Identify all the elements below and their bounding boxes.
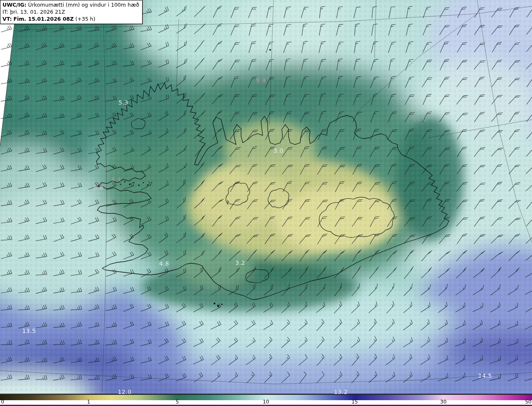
init-time-line: IT: þri. 13. 01. 2026 21Z (2, 8, 139, 15)
island-dot (221, 303, 223, 305)
colorbar-tick-label: 10 (263, 399, 269, 404)
precipitation-field (0, 0, 532, 394)
colorbar: 01510153050 (0, 394, 532, 406)
island-dot (147, 185, 148, 186)
colorbar-tick-label: 0 (1, 399, 5, 404)
map-area (0, 0, 532, 394)
island-dot (120, 184, 121, 185)
title-box: UWC/IG: Úrkomumætti (mm) og vindur i 100… (0, 0, 143, 24)
weather-map-screen: 5.39.43.010.06.45.84.83.213.514.512.013.… (0, 0, 532, 406)
colorbar-tick-label: 5 (176, 399, 179, 404)
valid-label: VT: (2, 16, 12, 22)
model-grid-texture (0, 0, 532, 394)
lead-time: (+35 h) (75, 16, 95, 22)
island-dot (151, 182, 153, 183)
page-title: Úrkomumætti (mm) og vindur i 100m hæð (28, 2, 139, 8)
island-dot (133, 182, 135, 183)
model-label: UWC/IG: (2, 2, 27, 8)
init-time: þri. 13. 01. 2026 21Z (10, 9, 65, 15)
init-label: IT: (2, 9, 8, 15)
island-dot (124, 181, 125, 182)
colorbar-ticks: 01510153050 (0, 400, 532, 405)
island-dot (138, 184, 139, 186)
island-dot (214, 303, 215, 304)
valid-time: Fim. 15.01.2026 08Z (14, 16, 74, 22)
island-dot (129, 183, 131, 185)
valid-time-line: VT: Fim. 15.01.2026 08Z (+35 h) (2, 15, 139, 22)
island-dot (269, 49, 271, 51)
colorbar-tick-label: 1 (87, 399, 91, 404)
island-dot (143, 182, 144, 183)
colorbar-tick-label: 30 (440, 399, 446, 404)
title-line: UWC/IG: Úrkomumætti (mm) og vindur i 100… (2, 1, 139, 8)
colorbar-tick-label: 15 (352, 399, 358, 404)
precipitation-wind-map (0, 0, 532, 394)
colorbar-tick-label: 50 (525, 399, 531, 404)
